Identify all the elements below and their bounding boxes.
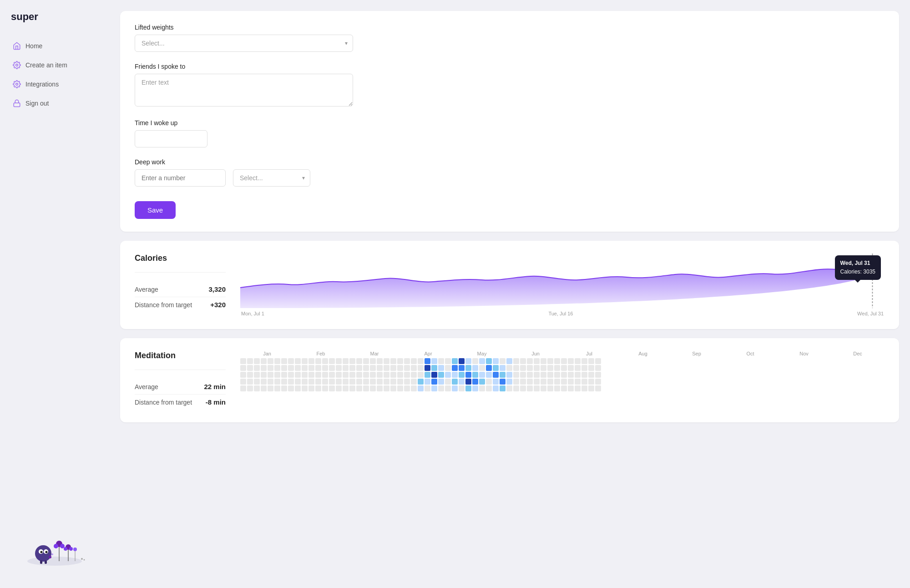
meditation-divider — [135, 370, 226, 370]
heatmap-cell — [261, 385, 267, 391]
heatmap-cell — [384, 379, 389, 385]
mascot-illustration — [18, 513, 91, 568]
heatmap-cell — [527, 372, 533, 378]
friends-textarea[interactable] — [135, 74, 353, 106]
meditation-distance-row: Distance from target -8 min — [135, 395, 226, 410]
heatmap-cell — [465, 372, 471, 378]
deep-work-select-wrapper: Select... ▾ — [233, 169, 310, 187]
calories-average-row: Average 3,320 — [135, 282, 226, 297]
heatmap-cell — [254, 365, 260, 371]
app-logo: super — [9, 11, 100, 23]
month-label: Oct — [723, 351, 777, 356]
heatmap-cell — [534, 358, 540, 364]
heatmap-cell — [493, 385, 499, 391]
heatmap-cell — [349, 385, 355, 391]
month-label: Jul — [562, 351, 616, 356]
heatmap-cell — [547, 372, 553, 378]
heatmap-col — [240, 358, 246, 391]
month-label: Jun — [509, 351, 562, 356]
heatmap-col — [390, 358, 396, 391]
save-button[interactable]: Save — [135, 201, 176, 219]
lifted-weights-select[interactable]: Select... — [135, 35, 353, 52]
heatmap-cell — [445, 379, 451, 385]
wake-time-label: Time I woke up — [135, 119, 885, 127]
form-card: Lifted weights Select... ▾ Friends I spo… — [120, 11, 899, 232]
heatmap-cell — [274, 385, 280, 391]
heatmap-cell — [268, 358, 273, 364]
heatmap-cell — [390, 358, 396, 364]
meditation-card: Meditation Average 22 min Distance from … — [120, 338, 899, 422]
svg-point-4 — [35, 545, 51, 562]
heatmap-cell — [254, 372, 260, 378]
heatmap-cell — [459, 385, 465, 391]
heatmap-cell — [322, 372, 328, 378]
heatmap-cell — [472, 358, 478, 364]
heatmap-col — [541, 358, 546, 391]
heatmap-cell — [438, 385, 444, 391]
sidebar-item-create-item[interactable]: Create an item — [9, 56, 100, 74]
deep-work-select[interactable]: Select... — [233, 169, 310, 187]
heatmap-cell — [554, 385, 560, 391]
heatmap-cell — [534, 385, 540, 391]
sidebar-item-integrations[interactable]: Integrations — [9, 76, 100, 93]
heatmap-cell — [397, 379, 403, 385]
heatmap-cell — [561, 365, 567, 371]
heatmap-col — [247, 358, 253, 391]
svg-point-20 — [73, 547, 77, 551]
heatmap-cell — [295, 379, 301, 385]
calories-stats-left: Calories Average 3,320 Distance from tar… — [135, 253, 226, 312]
heatmap-cell — [261, 372, 267, 378]
heatmap-cell — [411, 379, 417, 385]
heatmap-cell — [527, 379, 533, 385]
lifted-weights-select-wrapper: Select... ▾ — [135, 35, 353, 52]
heatmap-cell — [541, 379, 546, 385]
heatmap-cell — [363, 372, 369, 378]
heatmap-cell — [322, 365, 328, 371]
heatmap-col — [302, 358, 308, 391]
heatmap-cell — [240, 385, 246, 391]
heatmap-cell — [384, 358, 389, 364]
heatmap-cell — [581, 379, 587, 385]
home-icon — [13, 42, 21, 50]
heatmap-cell — [315, 358, 321, 364]
heatmap-cell — [247, 379, 253, 385]
heatmap-cell — [288, 372, 294, 378]
main-content: Lifted weights Select... ▾ Friends I spo… — [109, 0, 910, 588]
heatmap-cell — [527, 385, 533, 391]
heatmap-cell — [356, 358, 362, 364]
heatmap-cell — [431, 385, 437, 391]
sidebar-item-sign-out[interactable]: Sign out — [9, 95, 100, 112]
heatmap-cell — [520, 372, 526, 378]
deep-work-number-input[interactable] — [135, 169, 226, 187]
wake-time-input[interactable] — [135, 130, 207, 147]
heatmap-cell — [575, 379, 581, 385]
heatmap-cell — [520, 365, 526, 371]
sidebar-item-home[interactable]: Home — [9, 37, 100, 55]
lifted-weights-label: Lifted weights — [135, 24, 885, 31]
meditation-heatmap-area: JanFebMarAprMayJunJulAugSepOctNovDec — [240, 351, 885, 391]
heatmap-cell — [274, 379, 280, 385]
heatmap-cell — [561, 358, 567, 364]
meditation-title: Meditation — [135, 351, 226, 360]
heatmap-cell — [349, 379, 355, 385]
heatmap-col — [534, 358, 540, 391]
chart-label-start: Mon, Jul 1 — [241, 311, 264, 316]
heatmap-cell — [493, 379, 499, 385]
heatmap-cell — [479, 385, 485, 391]
heatmap-col — [384, 358, 389, 391]
heatmap-col — [322, 358, 328, 391]
heatmap-cell — [370, 385, 376, 391]
heatmap-cell — [315, 372, 321, 378]
heatmap-cell — [274, 372, 280, 378]
heatmap-col — [411, 358, 417, 391]
heatmap-cell — [390, 379, 396, 385]
heatmap-cell — [547, 358, 553, 364]
heatmap-cell — [588, 365, 594, 371]
heatmap-cell — [363, 385, 369, 391]
heatmap-cell — [541, 385, 546, 391]
gear-icon-integrations — [13, 80, 21, 88]
heatmap-col — [274, 358, 280, 391]
heatmap-cell — [547, 365, 553, 371]
heatmap-col — [329, 358, 335, 391]
svg-point-13 — [54, 544, 58, 548]
